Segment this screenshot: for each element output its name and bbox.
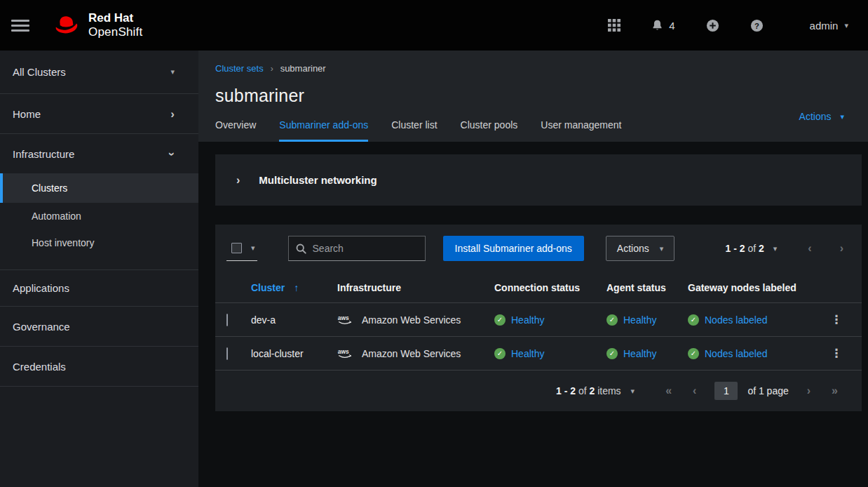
row-kebab-menu[interactable]: ⋮ [822,312,850,327]
help-icon[interactable]: ? [750,19,764,32]
pagination-of-label: of [578,385,587,396]
column-header-infrastructure: Infrastructure [337,282,494,293]
aws-icon: aws [337,347,355,359]
row-kebab-menu[interactable]: ⋮ [822,346,850,361]
svg-text:aws: aws [338,348,349,355]
bulk-select-dropdown[interactable]: ▾ [226,236,257,261]
brand-line1: Red Hat [88,11,142,25]
svg-text:?: ? [754,21,759,29]
breadcrumb-separator-icon: › [271,64,273,74]
caret-down-icon[interactable]: ▾ [773,245,778,253]
sidebar-item-label: Governance [13,321,70,333]
breadcrumb-current: submariner [280,63,326,74]
chevron-right-icon: › [236,174,240,187]
gateway-status-link[interactable]: Nodes labeled [705,314,768,326]
search-icon [296,244,306,254]
gateway-status-link[interactable]: Nodes labeled [705,348,768,359]
connection-status-link[interactable]: Healthy [511,314,544,326]
tab-user-management[interactable]: User management [541,119,621,142]
infrastructure-name: Amazon Web Services [362,348,461,359]
perspective-label: All Clusters [13,66,66,78]
page-actions-dropdown[interactable]: Actions ▾ [799,111,844,122]
perspective-switcher[interactable]: All Clusters ▾ [0,51,198,93]
infrastructure-name: Amazon Web Services [362,314,461,326]
sidebar-item-label: Automation [32,211,81,222]
sidebar-item-home[interactable]: Home › [0,94,198,133]
row-checkbox[interactable] [226,347,228,360]
table-row: dev-a aws Amazon Web Services ✓ [215,303,862,337]
username: admin [810,20,839,32]
tab-cluster-list[interactable]: Cluster list [391,119,437,142]
first-page-button[interactable]: « [665,385,672,396]
pagination-total: 2 [759,243,764,254]
svg-text:aws: aws [338,314,349,321]
caret-down-icon: ▾ [844,22,848,29]
sidebar-item-label: Host inventory [32,237,94,248]
bulk-select-checkbox[interactable] [231,243,242,253]
app-launcher-icon[interactable] [608,19,621,32]
install-submariner-button[interactable]: Install Submariner add-ons [443,236,584,261]
chevron-right-icon: › [170,108,175,120]
caret-down-icon: ▾ [840,113,844,121]
sidebar-item-governance[interactable]: Governance [0,307,198,346]
sidebar-item-label: Home [13,108,41,120]
prev-page-button[interactable]: ‹ [808,243,811,254]
column-header-cluster[interactable]: Cluster ↑ [251,282,337,293]
tab-overview[interactable]: Overview [215,119,256,142]
tab-submariner-add-ons[interactable]: Submariner add-ons [279,119,368,142]
brand-logo: Red Hat OpenShift [50,11,142,39]
toolbar-actions-label: Actions [617,243,649,254]
next-page-button[interactable]: › [807,385,811,396]
breadcrumb-link-cluster-sets[interactable]: Cluster sets [215,63,264,74]
sidebar-item-automation[interactable]: Automation [0,203,198,229]
sort-ascending-icon: ↑ [294,282,299,293]
sidebar-item-label: Clusters [32,182,67,194]
chevron-down-icon: › [167,152,179,156]
breadcrumb: Cluster sets › submariner [215,63,851,74]
pages-label: of 1 page [747,385,788,396]
sidebar-item-label: Credentials [13,361,66,373]
page-title: submariner [215,86,851,106]
sidebar-item-applications[interactable]: Applications [0,270,198,306]
row-checkbox[interactable] [226,314,228,326]
toolbar-actions-dropdown[interactable]: Actions ▾ [606,236,674,261]
page-header: Cluster sets › submariner submariner Act… [198,51,868,142]
pagination-range: 1 - 2 [726,243,745,254]
redhat-fedora-icon [50,13,83,37]
cluster-name: local-cluster [251,348,337,359]
sidebar-item-host-inventory[interactable]: Host inventory [0,229,198,256]
connection-status-link[interactable]: Healthy [511,348,544,359]
notifications-button[interactable]: 4 [651,19,674,32]
masthead: Red Hat OpenShift 4 [0,0,868,51]
next-page-button[interactable]: › [840,243,843,254]
pagination-items-label: items [597,385,621,396]
caret-down-icon[interactable]: ▾ [631,387,635,395]
sidebar-item-infrastructure[interactable]: Infrastructure › [0,134,198,173]
caret-down-icon: ▾ [251,244,255,252]
table-header-row: Cluster ↑ Infrastructure Connection stat… [215,272,862,303]
check-circle-icon: ✓ [606,348,618,359]
sidebar-item-label: Applications [13,282,69,294]
check-circle-icon: ✓ [494,314,506,326]
page-content: › Multicluster networking ▾ [198,142,868,487]
pagination-bottom: 1 - 2 of 2 items ▾ « ‹ of 1 page › » [215,371,862,411]
agent-status-link[interactable]: Healthy [623,348,656,359]
sidebar-item-clusters[interactable]: Clusters [0,173,198,203]
add-circle-icon[interactable] [706,19,719,32]
bell-icon [651,19,663,32]
last-page-button[interactable]: » [832,385,838,396]
column-header-agent-status: Agent status [606,282,688,293]
table-toolbar: ▾ Install Submariner add-ons Ac [215,236,862,272]
sidebar-item-credentials[interactable]: Credentials [0,347,198,386]
table-row: local-cluster aws Amazon Web Services [215,337,862,371]
nav-toggle-button[interactable] [11,20,29,32]
user-menu[interactable]: admin ▾ [810,20,848,32]
search-input[interactable] [313,243,440,254]
pagination-total: 2 [589,385,595,396]
aws-icon: aws [337,314,355,326]
page-number-input[interactable] [714,382,738,400]
tab-cluster-pools[interactable]: Cluster pools [461,119,518,142]
multicluster-networking-expandable[interactable]: › Multicluster networking [215,154,862,206]
agent-status-link[interactable]: Healthy [623,314,656,326]
prev-page-button[interactable]: ‹ [693,385,696,396]
